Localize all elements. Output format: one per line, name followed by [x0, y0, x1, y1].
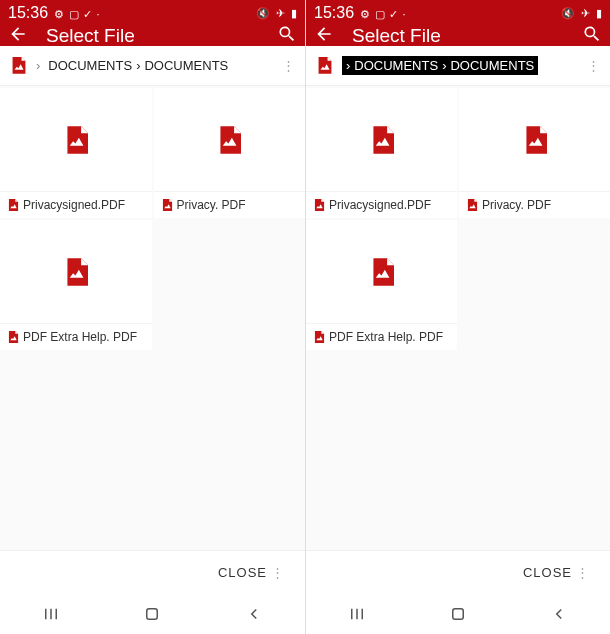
close-button[interactable]: CLOSE: [523, 565, 572, 580]
more-vert-icon[interactable]: ⋮: [282, 58, 295, 73]
mute-icon: 🔇: [256, 8, 270, 19]
nav-home-icon[interactable]: [140, 602, 164, 626]
close-button[interactable]: CLOSE: [218, 565, 267, 580]
file-tile[interactable]: Privacysigned.PDF: [306, 88, 457, 218]
check-icon: ✓: [389, 8, 398, 20]
breadcrumb-seg: DOCUMENTS: [450, 58, 534, 73]
chevron-right-icon: ›: [442, 58, 446, 73]
pdf-icon: [217, 126, 241, 154]
file-tile[interactable]: PDF Extra Help. PDF: [0, 220, 152, 350]
status-time: 15:36: [314, 4, 354, 22]
pdf-icon: [467, 199, 478, 212]
back-icon[interactable]: [8, 24, 28, 48]
pdf-icon: [8, 199, 19, 212]
page-title: Select File: [352, 25, 441, 47]
nav-recent-icon[interactable]: [345, 602, 369, 626]
pdf-icon: [523, 126, 547, 154]
search-icon[interactable]: [582, 24, 602, 48]
footer-bar: CLOSE ⋮: [0, 550, 305, 594]
android-navbar: [306, 594, 610, 634]
file-grid: Privacysigned.PDF Privacy. PDF PDF Extra…: [306, 86, 610, 550]
status-time: 15:36: [8, 4, 48, 22]
gear-icon: ⚙: [54, 8, 64, 20]
statusbar-appbar: 15:36 ⚙ ▢ ✓ · 🔇 ✈ ▮ Select File: [306, 0, 610, 46]
battery-icon: ▮: [291, 8, 297, 19]
file-name: Privacy. PDF: [482, 198, 551, 212]
nav-back-icon[interactable]: [547, 602, 571, 626]
file-name: PDF Extra Help. PDF: [23, 330, 137, 344]
breadcrumb-seg: DOCUMENTS: [48, 58, 132, 73]
pdf-icon: [10, 57, 28, 75]
nav-recent-icon[interactable]: [39, 602, 63, 626]
file-name: Privacy. PDF: [177, 198, 246, 212]
dot-icon: ·: [96, 8, 99, 20]
statusbar-appbar: 15:36 ⚙ ▢ ✓ · 🔇 ✈ ▮ Select File: [0, 0, 305, 46]
breadcrumb-seg: DOCUMENTS: [144, 58, 228, 73]
pdf-icon: [316, 57, 334, 75]
pdf-icon: [64, 126, 88, 154]
file-name: Privacysigned.PDF: [329, 198, 431, 212]
breadcrumb[interactable]: › DOCUMENTS › DOCUMENTS ⋮: [0, 46, 305, 86]
image-icon: ▢: [69, 8, 79, 20]
file-name: PDF Extra Help. PDF: [329, 330, 443, 344]
more-vert-icon[interactable]: ⋮: [587, 58, 600, 73]
status-left-icons: ⚙ ▢ ✓ ·: [54, 4, 99, 22]
mute-icon: 🔇: [561, 8, 575, 19]
check-icon: ✓: [83, 8, 92, 20]
chevron-right-icon: ›: [346, 58, 350, 73]
airplane-icon: ✈: [581, 8, 590, 19]
breadcrumb-seg: DOCUMENTS: [354, 58, 438, 73]
pdf-icon: [370, 126, 394, 154]
nav-home-icon[interactable]: [446, 602, 470, 626]
status-left-icons: ⚙ ▢ ✓ ·: [360, 4, 405, 22]
airplane-icon: ✈: [276, 8, 285, 19]
file-grid: Privacysigned.PDF Privacy. PDF PDF Extra…: [0, 86, 305, 550]
chevron-right-icon: ›: [36, 58, 40, 73]
svg-rect-1: [453, 609, 464, 620]
file-name: Privacysigned.PDF: [23, 198, 125, 212]
status-right-icons: 🔇 ✈ ▮: [561, 8, 602, 19]
status-right-icons: 🔇 ✈ ▮: [256, 8, 297, 19]
file-tile[interactable]: Privacy. PDF: [459, 88, 610, 218]
image-icon: ▢: [375, 8, 385, 20]
file-tile[interactable]: Privacy. PDF: [154, 88, 306, 218]
more-vert-icon[interactable]: ⋮: [576, 565, 590, 580]
file-tile[interactable]: PDF Extra Help. PDF: [306, 220, 457, 350]
pdf-icon: [64, 258, 88, 286]
page-title: Select File: [46, 25, 135, 47]
pdf-icon: [314, 331, 325, 344]
back-icon[interactable]: [314, 24, 334, 48]
pdf-icon: [8, 331, 19, 344]
pdf-icon: [162, 199, 173, 212]
nav-back-icon[interactable]: [242, 602, 266, 626]
file-tile[interactable]: Privacysigned.PDF: [0, 88, 152, 218]
dot-icon: ·: [402, 8, 405, 20]
svg-rect-0: [147, 609, 158, 620]
footer-bar: CLOSE ⋮: [306, 550, 610, 594]
battery-icon: ▮: [596, 8, 602, 19]
more-vert-icon[interactable]: ⋮: [271, 565, 285, 580]
breadcrumb[interactable]: › DOCUMENTS › DOCUMENTS ⋮: [306, 46, 610, 86]
android-navbar: [0, 594, 305, 634]
gear-icon: ⚙: [360, 8, 370, 20]
pdf-icon: [370, 258, 394, 286]
pdf-icon: [314, 199, 325, 212]
chevron-right-icon: ›: [136, 58, 140, 73]
search-icon[interactable]: [277, 24, 297, 48]
